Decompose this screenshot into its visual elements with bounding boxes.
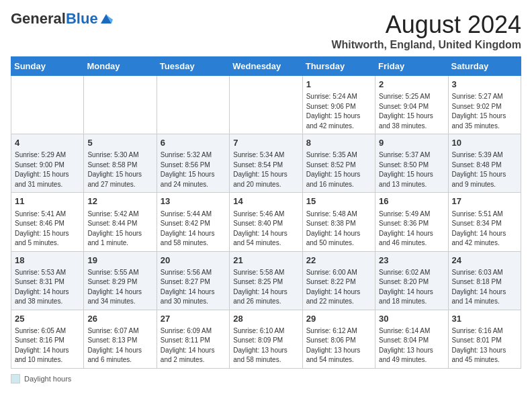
weekday-header-sunday: Sunday	[11, 57, 84, 76]
day-number: 23	[379, 255, 444, 267]
weekday-header-wednesday: Wednesday	[230, 57, 302, 76]
day-info: Sunrise: 5:46 AM Sunset: 8:40 PM Dayligh…	[233, 210, 298, 248]
calendar-cell: 27Sunrise: 6:09 AM Sunset: 8:11 PM Dayli…	[157, 310, 229, 368]
calendar-cell: 31Sunrise: 6:16 AM Sunset: 8:01 PM Dayli…	[448, 310, 521, 368]
page-header: GeneralBlue August 2024 Whitworth, Engla…	[11, 11, 521, 51]
daylight-box	[11, 374, 20, 383]
logo: GeneralBlue	[11, 11, 113, 27]
calendar-cell: 7Sunrise: 5:34 AM Sunset: 8:54 PM Daylig…	[230, 134, 302, 193]
day-info: Sunrise: 6:14 AM Sunset: 8:04 PM Dayligh…	[379, 326, 444, 365]
logo-blue-text: Blue	[66, 10, 98, 27]
day-info: Sunrise: 5:41 AM Sunset: 8:46 PM Dayligh…	[15, 210, 80, 248]
day-info: Sunrise: 5:56 AM Sunset: 8:27 PM Dayligh…	[161, 268, 226, 307]
day-number: 15	[306, 195, 371, 208]
calendar-cell: 22Sunrise: 6:00 AM Sunset: 8:22 PM Dayli…	[302, 251, 375, 310]
day-info: Sunrise: 5:55 AM Sunset: 8:29 PM Dayligh…	[87, 268, 152, 307]
calendar-cell: 15Sunrise: 5:48 AM Sunset: 8:38 PM Dayli…	[302, 193, 375, 251]
calendar-cell: 28Sunrise: 6:10 AM Sunset: 8:09 PM Dayli…	[230, 310, 302, 368]
calendar-cell: 10Sunrise: 5:39 AM Sunset: 8:48 PM Dayli…	[448, 134, 521, 193]
day-number: 28	[233, 313, 298, 325]
day-number: 25	[15, 313, 80, 325]
day-number: 9	[379, 137, 444, 149]
calendar-cell: 5Sunrise: 5:30 AM Sunset: 8:58 PM Daylig…	[84, 134, 157, 193]
calendar-cell: 29Sunrise: 6:12 AM Sunset: 8:06 PM Dayli…	[302, 310, 375, 368]
calendar-cell	[11, 76, 84, 134]
calendar-cell: 3Sunrise: 5:27 AM Sunset: 9:02 PM Daylig…	[448, 76, 521, 134]
day-info: Sunrise: 6:07 AM Sunset: 8:13 PM Dayligh…	[87, 326, 152, 365]
calendar-cell	[157, 76, 229, 134]
day-number: 31	[452, 313, 517, 325]
calendar-week-row: 11Sunrise: 5:41 AM Sunset: 8:46 PM Dayli…	[11, 193, 521, 251]
day-info: Sunrise: 5:32 AM Sunset: 8:56 PM Dayligh…	[161, 150, 226, 189]
day-info: Sunrise: 6:02 AM Sunset: 8:20 PM Dayligh…	[379, 268, 444, 307]
day-number: 8	[306, 137, 371, 149]
day-number: 30	[379, 313, 444, 325]
calendar-cell	[84, 76, 157, 134]
day-number: 16	[379, 195, 444, 208]
calendar-header-row: SundayMondayTuesdayWednesdayThursdayFrid…	[11, 57, 521, 76]
day-info: Sunrise: 5:34 AM Sunset: 8:54 PM Dayligh…	[233, 150, 298, 189]
day-info: Sunrise: 6:09 AM Sunset: 8:11 PM Dayligh…	[161, 326, 226, 365]
day-info: Sunrise: 5:58 AM Sunset: 8:25 PM Dayligh…	[233, 268, 298, 307]
calendar-week-row: 1Sunrise: 5:24 AM Sunset: 9:06 PM Daylig…	[11, 76, 521, 134]
calendar-cell: 14Sunrise: 5:46 AM Sunset: 8:40 PM Dayli…	[230, 193, 302, 251]
day-info: Sunrise: 6:00 AM Sunset: 8:22 PM Dayligh…	[306, 268, 371, 307]
day-number: 18	[15, 255, 80, 267]
day-number: 3	[452, 79, 517, 91]
day-info: Sunrise: 5:53 AM Sunset: 8:31 PM Dayligh…	[15, 268, 80, 307]
day-info: Sunrise: 5:49 AM Sunset: 8:36 PM Dayligh…	[379, 210, 444, 248]
day-info: Sunrise: 5:27 AM Sunset: 9:02 PM Dayligh…	[452, 92, 517, 131]
weekday-header-tuesday: Tuesday	[157, 57, 229, 76]
day-number: 6	[161, 137, 226, 149]
day-number: 27	[161, 313, 226, 325]
calendar-cell: 26Sunrise: 6:07 AM Sunset: 8:13 PM Dayli…	[84, 310, 157, 368]
day-number: 14	[233, 195, 298, 208]
calendar-cell: 2Sunrise: 5:25 AM Sunset: 9:04 PM Daylig…	[375, 76, 448, 134]
day-number: 7	[233, 137, 298, 149]
day-info: Sunrise: 6:03 AM Sunset: 8:18 PM Dayligh…	[452, 268, 517, 307]
logo-icon	[99, 13, 113, 25]
day-number: 4	[15, 137, 80, 149]
day-info: Sunrise: 6:10 AM Sunset: 8:09 PM Dayligh…	[233, 326, 298, 365]
calendar-cell: 19Sunrise: 5:55 AM Sunset: 8:29 PM Dayli…	[84, 251, 157, 310]
calendar-cell: 12Sunrise: 5:42 AM Sunset: 8:44 PM Dayli…	[84, 193, 157, 251]
day-number: 2	[379, 79, 444, 91]
day-number: 20	[161, 255, 226, 267]
day-number: 29	[306, 313, 371, 325]
weekday-header-thursday: Thursday	[302, 57, 375, 76]
day-info: Sunrise: 5:25 AM Sunset: 9:04 PM Dayligh…	[379, 92, 444, 131]
day-number: 17	[452, 195, 517, 208]
day-number: 13	[161, 195, 226, 208]
day-info: Sunrise: 5:39 AM Sunset: 8:48 PM Dayligh…	[452, 150, 517, 189]
calendar-cell: 17Sunrise: 5:51 AM Sunset: 8:34 PM Dayli…	[448, 193, 521, 251]
calendar-week-row: 18Sunrise: 5:53 AM Sunset: 8:31 PM Dayli…	[11, 251, 521, 310]
calendar-cell: 21Sunrise: 5:58 AM Sunset: 8:25 PM Dayli…	[230, 251, 302, 310]
weekday-header-friday: Friday	[375, 57, 448, 76]
day-info: Sunrise: 5:37 AM Sunset: 8:50 PM Dayligh…	[379, 150, 444, 189]
day-info: Sunrise: 6:12 AM Sunset: 8:06 PM Dayligh…	[306, 326, 371, 365]
day-info: Sunrise: 6:16 AM Sunset: 8:01 PM Dayligh…	[452, 326, 517, 365]
daylight-label: Daylight hours	[24, 375, 71, 383]
day-info: Sunrise: 5:29 AM Sunset: 9:00 PM Dayligh…	[15, 150, 80, 189]
day-info: Sunrise: 5:48 AM Sunset: 8:38 PM Dayligh…	[306, 210, 371, 248]
day-number: 26	[87, 313, 152, 325]
day-number: 19	[87, 255, 152, 267]
calendar-cell: 16Sunrise: 5:49 AM Sunset: 8:36 PM Dayli…	[375, 193, 448, 251]
title-block: August 2024 Whitworth, England, United K…	[331, 11, 521, 51]
weekday-header-monday: Monday	[84, 57, 157, 76]
weekday-header-saturday: Saturday	[448, 57, 521, 76]
day-number: 12	[87, 195, 152, 208]
subtitle: Whitworth, England, United Kingdom	[331, 39, 521, 51]
day-info: Sunrise: 5:42 AM Sunset: 8:44 PM Dayligh…	[87, 210, 152, 248]
day-number: 10	[452, 137, 517, 149]
calendar-cell: 11Sunrise: 5:41 AM Sunset: 8:46 PM Dayli…	[11, 193, 84, 251]
calendar-cell: 8Sunrise: 5:35 AM Sunset: 8:52 PM Daylig…	[302, 134, 375, 193]
calendar-cell: 24Sunrise: 6:03 AM Sunset: 8:18 PM Dayli…	[448, 251, 521, 310]
day-info: Sunrise: 6:05 AM Sunset: 8:16 PM Dayligh…	[15, 326, 80, 365]
footer-note: Daylight hours	[11, 374, 521, 383]
calendar-cell	[230, 76, 302, 134]
calendar-cell: 25Sunrise: 6:05 AM Sunset: 8:16 PM Dayli…	[11, 310, 84, 368]
day-number: 11	[15, 195, 80, 208]
day-number: 24	[452, 255, 517, 267]
day-info: Sunrise: 5:24 AM Sunset: 9:06 PM Dayligh…	[306, 92, 371, 131]
